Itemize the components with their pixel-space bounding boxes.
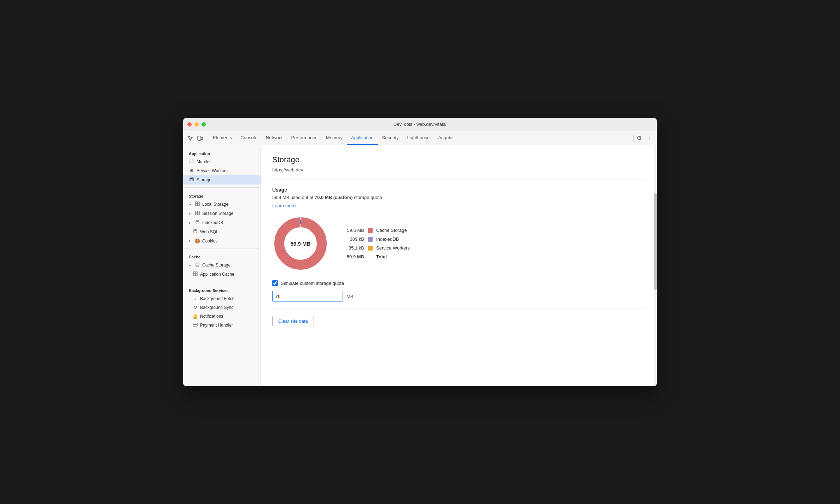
svg-point-16	[194, 232, 197, 233]
svg-point-2	[190, 177, 193, 178]
tab-performance[interactable]: Performance	[287, 131, 322, 145]
sidebar-divider-2	[183, 248, 261, 248]
quota-input[interactable]	[272, 291, 343, 301]
sidebar-item-cache-storage[interactable]: ▶ Cache Storage	[183, 260, 261, 270]
legend-total-value: 59.9 MB	[343, 254, 364, 259]
device-icon[interactable]	[196, 134, 204, 142]
sidebar-cache-label: Cache	[183, 251, 261, 260]
minimize-button[interactable]	[194, 122, 199, 127]
bg-fetch-icon: ↕	[192, 296, 198, 301]
svg-rect-8	[198, 204, 199, 206]
svg-rect-21	[193, 274, 195, 276]
clear-site-data-button[interactable]: Clear site data	[272, 316, 314, 326]
traffic-lights	[187, 122, 206, 127]
legend-cache-label: Cache Storage	[376, 228, 407, 233]
svg-rect-7	[196, 204, 197, 206]
legend-cache-color	[368, 228, 373, 233]
main-area: Application 📄 Manifest ⚙ Service Workers	[183, 145, 657, 386]
scrollbar-thumb[interactable]	[654, 193, 657, 290]
titlebar: DevTools - web.dev/vitals/	[183, 118, 657, 131]
svg-rect-20	[196, 272, 197, 274]
maximize-button[interactable]	[202, 122, 206, 127]
tab-console[interactable]: Console	[236, 131, 262, 145]
usage-text: 59.9 MB used out of 70.0 MB (custom) sto…	[272, 195, 646, 200]
tab-network[interactable]: Network	[262, 131, 287, 145]
legend-sw-color	[368, 246, 373, 251]
section-divider-2	[272, 309, 646, 309]
sidebar-item-web-sql[interactable]: Web SQL	[183, 227, 261, 236]
svg-rect-9	[196, 211, 197, 213]
chevron-right-icon: ▶	[189, 264, 192, 267]
tabbar: Elements Console Network Performance Mem…	[183, 131, 657, 145]
sidebar-item-session-storage[interactable]: ▶ Session Storage	[183, 209, 261, 218]
tab-elements[interactable]: Elements	[209, 131, 236, 145]
toolbar-divider	[633, 135, 634, 142]
scrollbar-track[interactable]	[654, 145, 657, 386]
sidebar-item-bg-fetch[interactable]: ↕ Background Fetch	[183, 294, 261, 303]
quota-unit: MB	[346, 294, 354, 299]
indexeddb-icon	[194, 220, 200, 225]
svg-rect-12	[198, 213, 199, 215]
simulate-quota-checkbox[interactable]	[272, 280, 278, 286]
cookies-icon: 🍪	[194, 238, 200, 244]
payment-handler-icon	[192, 322, 198, 328]
session-storage-icon	[194, 211, 200, 216]
settings-icon[interactable]: ⚙	[635, 134, 643, 142]
content-url: https://web.dev	[272, 167, 646, 172]
legend-item-sw: 35.1 kB Service Workers	[343, 245, 410, 251]
legend-sw-label: Service Workers	[376, 245, 410, 251]
chart-legend: 59.6 MB Cache Storage 309 kB IndexedDB 3…	[343, 228, 410, 259]
tab-security[interactable]: Security	[378, 131, 403, 145]
section-divider-1	[272, 180, 646, 180]
sidebar-item-storage[interactable]: Storage	[183, 175, 261, 184]
local-storage-icon	[194, 201, 200, 207]
svg-rect-0	[198, 136, 201, 140]
svg-rect-10	[198, 211, 199, 213]
legend-total-label: Total	[376, 254, 387, 259]
legend-indexeddb-color	[368, 237, 373, 242]
simulate-quota-label[interactable]: Simulate custom storage quota	[281, 281, 344, 286]
chart-area: 59.9 MB 59.6 MB Cache Storage 309 kB	[272, 215, 646, 272]
tab-memory[interactable]: Memory	[322, 131, 347, 145]
web-sql-icon	[192, 229, 198, 235]
svg-point-15	[194, 230, 197, 231]
sidebar-item-service-workers[interactable]: ⚙ Service Workers	[183, 166, 261, 175]
devtools-window: DevTools - web.dev/vitals/ Elements Cons…	[183, 118, 657, 386]
devtools-icons	[186, 134, 204, 142]
bg-sync-icon: ↻	[192, 305, 198, 310]
quota-input-row: MB	[272, 291, 646, 301]
close-button[interactable]	[187, 122, 192, 127]
svg-point-3	[190, 179, 193, 180]
legend-item-indexeddb: 309 kB IndexedDB	[343, 236, 410, 242]
window-title: DevTools - web.dev/vitals/	[393, 122, 447, 127]
sidebar-app-label: Application	[183, 148, 261, 157]
toolbar-right: ⚙ ⋮	[635, 134, 654, 142]
sidebar-item-local-storage[interactable]: ▶ Local Storage	[183, 200, 261, 209]
manifest-icon: 📄	[189, 159, 194, 164]
tab-application[interactable]: Application	[347, 131, 378, 145]
learn-more-link[interactable]: Learn more	[272, 203, 296, 208]
inspect-icon[interactable]	[186, 134, 194, 142]
legend-sw-value: 35.1 kB	[343, 245, 364, 251]
sidebar-item-cookies[interactable]: ▶ 🍪 Cookies	[183, 236, 261, 245]
sidebar-item-bg-sync[interactable]: ↻ Background Sync	[183, 303, 261, 312]
svg-rect-11	[196, 213, 197, 215]
donut-center-label: 59.9 MB	[291, 241, 311, 247]
legend-indexeddb-value: 309 kB	[343, 236, 364, 242]
sidebar-item-payment-handler[interactable]: Payment Handler	[183, 321, 261, 329]
sidebar: Application 📄 Manifest ⚙ Service Workers	[183, 145, 261, 386]
legend-indexeddb-label: IndexedDB	[376, 236, 399, 242]
cache-storage-icon	[194, 262, 200, 268]
sidebar-storage-label: Storage	[183, 191, 261, 200]
svg-point-17	[196, 263, 199, 264]
sidebar-item-notifications[interactable]: 🔔 Notifications	[183, 312, 261, 321]
tab-lighthouse[interactable]: Lighthouse	[403, 131, 434, 145]
legend-item-total: 59.9 MB Total	[343, 254, 410, 259]
more-options-icon[interactable]: ⋮	[646, 134, 654, 142]
service-workers-icon: ⚙	[189, 168, 194, 173]
tab-angular[interactable]: Angular	[434, 131, 458, 145]
sidebar-item-indexeddb[interactable]: ▶ IndexedDB	[183, 218, 261, 227]
sidebar-item-app-cache[interactable]: Application Cache	[183, 270, 261, 279]
sidebar-item-manifest[interactable]: 📄 Manifest	[183, 157, 261, 166]
app-cache-icon	[192, 271, 198, 277]
